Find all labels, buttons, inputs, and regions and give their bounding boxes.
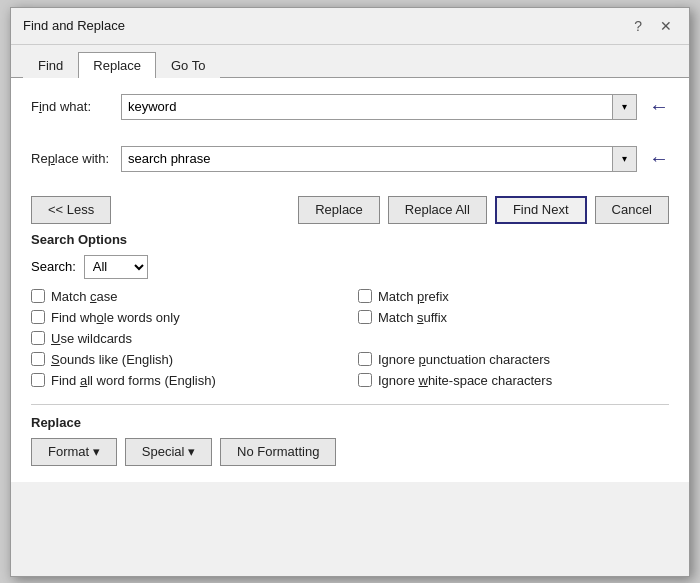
replace-section-label: Replace: [31, 415, 669, 430]
ignore-whitespace-label: Ignore white-space characters: [378, 373, 552, 388]
whole-words-row: Find whole words only: [31, 310, 342, 325]
empty-col1: [358, 331, 669, 346]
replace-with-dropdown[interactable]: ▾: [613, 146, 637, 172]
no-formatting-button[interactable]: No Formatting: [220, 438, 336, 466]
match-suffix-row: Match suffix: [358, 310, 669, 325]
find-word-forms-label: Find all word forms (English): [51, 373, 216, 388]
sounds-like-row: Sounds like (English): [31, 352, 342, 367]
find-word-forms-row: Find all word forms (English): [31, 373, 342, 388]
find-replace-dialog: Find and Replace ? ✕ Find Replace Go To …: [10, 7, 690, 577]
match-prefix-label: Match prefix: [378, 289, 449, 304]
match-case-row: Match case: [31, 289, 342, 304]
search-options-label: Search Options: [31, 232, 669, 247]
match-case-checkbox[interactable]: [31, 289, 45, 303]
replace-with-input[interactable]: [121, 146, 613, 172]
action-buttons: << Less Replace Replace All Find Next Ca…: [31, 186, 669, 232]
match-case-label: Match case: [51, 289, 117, 304]
use-wildcards-checkbox[interactable]: [31, 331, 45, 345]
tab-goto-label: Go To: [171, 58, 205, 73]
whole-words-checkbox[interactable]: [31, 310, 45, 324]
match-prefix-row: Match prefix: [358, 289, 669, 304]
dialog-content: Find what: ▾ ← Replace with: ▾ ← << Less…: [11, 78, 689, 482]
replace-with-row: Replace with: ▾ ←: [31, 146, 669, 172]
ignore-punct-row: Ignore punctuation characters: [358, 352, 669, 367]
close-button[interactable]: ✕: [655, 16, 677, 36]
search-label: Search:: [31, 259, 76, 274]
replace-with-label: Replace with:: [31, 151, 121, 166]
find-next-button[interactable]: Find Next: [495, 196, 587, 224]
tab-replace[interactable]: Replace: [78, 52, 156, 78]
use-wildcards-row: Use wildcards: [31, 331, 342, 346]
special-button[interactable]: Special ▾: [125, 438, 212, 466]
tab-goto[interactable]: Go To: [156, 52, 220, 78]
replace-section-buttons: Format ▾ Special ▾ No Formatting: [31, 438, 669, 466]
title-bar: Find and Replace ? ✕: [11, 8, 689, 45]
help-button[interactable]: ?: [629, 16, 647, 36]
checkboxes-grid: Match case Match prefix Find whole words…: [31, 289, 669, 388]
match-prefix-checkbox[interactable]: [358, 289, 372, 303]
replace-with-arrow: ←: [649, 147, 669, 170]
cancel-button[interactable]: Cancel: [595, 196, 669, 224]
find-what-label: Find what:: [31, 99, 121, 114]
ignore-punct-label: Ignore punctuation characters: [378, 352, 550, 367]
tab-replace-label: Replace: [93, 58, 141, 73]
less-button[interactable]: << Less: [31, 196, 111, 224]
find-what-input-row: ▾ ←: [121, 94, 669, 120]
find-word-forms-checkbox[interactable]: [31, 373, 45, 387]
find-what-arrow: ←: [649, 95, 669, 118]
find-what-dropdown[interactable]: ▾: [613, 94, 637, 120]
replace-section: Replace Format ▾ Special ▾ No Formatting: [31, 404, 669, 466]
find-what-input[interactable]: [121, 94, 613, 120]
find-what-row: Find what: ▾ ←: [31, 94, 669, 120]
use-wildcards-label: Use wildcards: [51, 331, 132, 346]
ignore-punct-checkbox[interactable]: [358, 352, 372, 366]
search-select-row: Search: All Up Down: [31, 255, 669, 279]
replace-button[interactable]: Replace: [298, 196, 380, 224]
replace-with-input-row: ▾ ←: [121, 146, 669, 172]
ignore-whitespace-checkbox[interactable]: [358, 373, 372, 387]
search-select[interactable]: All Up Down: [84, 255, 148, 279]
tab-find[interactable]: Find: [23, 52, 78, 78]
tab-find-label: Find: [38, 58, 63, 73]
format-button[interactable]: Format ▾: [31, 438, 117, 466]
tabs-bar: Find Replace Go To: [11, 45, 689, 78]
match-suffix-checkbox[interactable]: [358, 310, 372, 324]
replace-all-button[interactable]: Replace All: [388, 196, 487, 224]
sounds-like-checkbox[interactable]: [31, 352, 45, 366]
match-suffix-label: Match suffix: [378, 310, 447, 325]
whole-words-label: Find whole words only: [51, 310, 180, 325]
title-bar-controls: ? ✕: [629, 16, 677, 36]
dialog-title: Find and Replace: [23, 18, 125, 33]
sounds-like-label: Sounds like (English): [51, 352, 173, 367]
ignore-whitespace-row: Ignore white-space characters: [358, 373, 669, 388]
